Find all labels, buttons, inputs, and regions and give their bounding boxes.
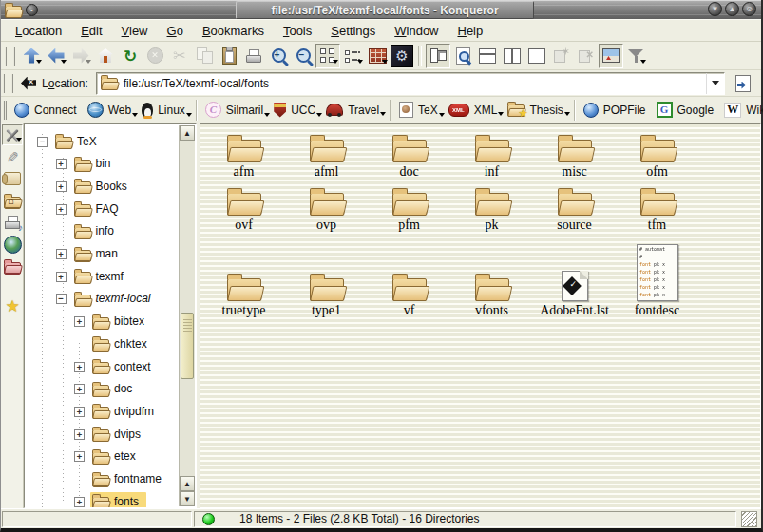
find-button[interactable] xyxy=(450,44,475,68)
tree-item[interactable]: FAQ xyxy=(72,200,126,218)
file-item-afm[interactable]: afm xyxy=(202,130,285,180)
forward-button[interactable] xyxy=(68,44,93,68)
expand-icon[interactable]: + xyxy=(74,316,85,327)
scrollbar-thumb[interactable] xyxy=(181,313,194,379)
split-h-button[interactable] xyxy=(475,44,500,68)
menu-go[interactable]: Go xyxy=(159,21,192,41)
print-button[interactable] xyxy=(241,44,266,68)
expand-icon[interactable]: + xyxy=(74,497,85,507)
expand-icon[interactable]: + xyxy=(74,407,85,417)
menu-tools[interactable]: Tools xyxy=(275,21,320,41)
tree-item[interactable]: dvipdfm xyxy=(90,402,162,421)
tree-row-dvipdfm[interactable]: +dvipdfm xyxy=(74,401,162,422)
tree-item[interactable]: bibtex xyxy=(90,313,152,332)
menu-bookmarks[interactable]: Bookmarks xyxy=(194,21,273,41)
expand-icon[interactable]: + xyxy=(74,451,85,462)
tree-row-texmf[interactable]: +texmf xyxy=(56,266,131,287)
expand-icon[interactable]: + xyxy=(74,362,85,372)
icon-view-button[interactable] xyxy=(315,44,340,68)
new-tab-button[interactable] xyxy=(549,44,574,68)
maximize-button[interactable]: ▲ xyxy=(725,2,739,16)
bookmarks-drag-handle[interactable] xyxy=(3,101,7,120)
tree-item[interactable]: fonts xyxy=(90,492,146,507)
tree-row-context[interactable]: +context xyxy=(74,356,159,377)
reload-button[interactable] xyxy=(118,44,143,68)
file-item-tfm[interactable]: tfm xyxy=(616,183,698,233)
tree-row-fontname[interactable]: fontname xyxy=(74,469,169,490)
file-item-misc[interactable]: misc xyxy=(533,130,616,180)
bookmark-xml[interactable]: XML xyxy=(445,102,505,119)
menu-location[interactable]: Location xyxy=(7,21,70,41)
expand-icon[interactable]: + xyxy=(56,181,67,192)
sidebar-button-globe[interactable] xyxy=(2,234,23,255)
bookmark-linux[interactable]: Linux xyxy=(138,101,192,120)
tree-row-info[interactable]: info xyxy=(56,221,122,242)
up-button[interactable] xyxy=(19,44,44,68)
split-v-button[interactable] xyxy=(500,44,525,68)
file-item-doc[interactable]: doc xyxy=(368,130,450,180)
resize-grip[interactable] xyxy=(741,511,757,527)
menu-view[interactable]: View xyxy=(113,21,157,41)
menu-help[interactable]: Help xyxy=(449,21,492,41)
clear-location-icon[interactable] xyxy=(21,77,36,90)
paste-button[interactable] xyxy=(217,44,241,68)
location-combobox[interactable]: file:/usr/TeX/texmf-local/fonts xyxy=(96,72,725,95)
tree-row-doc[interactable]: +doc xyxy=(74,379,140,400)
window-menu-button[interactable]: • xyxy=(26,4,38,16)
file-item-ovf[interactable]: ovf xyxy=(202,183,285,233)
expand-icon[interactable]: + xyxy=(56,272,67,282)
tree-item[interactable]: info xyxy=(72,222,122,241)
expand-icon[interactable]: + xyxy=(56,249,67,259)
tree-item[interactable]: bin xyxy=(72,155,119,174)
zoom-in-button[interactable] xyxy=(266,44,291,68)
bookmark-silmaril[interactable]: Silmaril xyxy=(201,100,270,120)
tree-item[interactable]: dvips xyxy=(90,425,148,444)
file-item-pk[interactable]: pk xyxy=(450,183,533,233)
expand-icon[interactable]: + xyxy=(56,159,67,169)
tree-row-dvips[interactable]: +dvips xyxy=(74,424,148,445)
image-button[interactable] xyxy=(599,44,623,68)
scroll-up-button[interactable]: ▲ xyxy=(180,125,195,141)
tree-item[interactable]: doc xyxy=(90,380,140,399)
tree-item[interactable]: context xyxy=(90,357,159,376)
toolbar-drag-handle[interactable] xyxy=(5,47,15,66)
list-view-button[interactable] xyxy=(340,44,365,68)
sidebar-button-star[interactable] xyxy=(2,295,23,316)
minimize-button[interactable]: ▼ xyxy=(708,2,722,16)
stop-button[interactable] xyxy=(143,44,167,68)
tree-item[interactable]: texmf-local xyxy=(72,290,159,309)
tree-item[interactable]: TeX xyxy=(53,132,105,151)
bookmark-google[interactable]: Google xyxy=(653,100,721,120)
file-item-truetype[interactable]: truetype xyxy=(202,237,285,318)
tree-row-texmf-local[interactable]: −texmf-local xyxy=(56,289,159,310)
file-item-type1[interactable]: type1 xyxy=(285,237,368,318)
file-item-inf[interactable]: inf xyxy=(450,130,533,180)
expand-icon[interactable]: + xyxy=(56,204,67,215)
sidebar-button-pen[interactable] xyxy=(2,146,23,167)
filter-button[interactable] xyxy=(623,44,648,68)
icon-view[interactable]: afmafmldocinfmiscofmovfovppfmpksourcetfm… xyxy=(200,124,761,508)
title-bar[interactable]: • file:/usr/TeX/texmf-local/fonts - Konq… xyxy=(1,0,761,19)
menu-window[interactable]: Window xyxy=(386,21,447,41)
scroll-down-button[interactable]: ▼ xyxy=(180,491,195,506)
sidebar-button-tools[interactable] xyxy=(2,124,23,145)
file-item-ovp[interactable]: ovp xyxy=(285,183,368,233)
bookmark-travel[interactable]: Travel xyxy=(322,102,386,119)
close-tab-button[interactable] xyxy=(574,44,599,68)
menu-settings[interactable]: Settings xyxy=(322,21,384,41)
bookmark-wikipedia[interactable]: Wikipedia xyxy=(720,101,763,120)
sidebar-button-scroll[interactable] xyxy=(2,168,23,189)
file-item-AdobeFnt.lst[interactable]: AdobeFnt.lst xyxy=(533,237,616,318)
cut-button[interactable] xyxy=(167,44,192,68)
tree-row-FAQ[interactable]: +FAQ xyxy=(56,199,126,219)
file-item-source[interactable]: source xyxy=(533,183,616,233)
close-button[interactable]: ⊘ xyxy=(742,2,756,16)
tree-item[interactable]: etex xyxy=(90,447,143,466)
tree-row-Books[interactable]: +Books xyxy=(56,176,135,197)
home-button[interactable] xyxy=(93,44,118,68)
tree-item[interactable]: texmf xyxy=(72,267,131,286)
bookmark-ucc[interactable]: UCC xyxy=(270,101,322,120)
sidebar-button-services[interactable] xyxy=(2,212,23,233)
sidebar-button-homefold[interactable] xyxy=(2,190,23,211)
tree-row-chktex[interactable]: chktex xyxy=(74,333,155,354)
